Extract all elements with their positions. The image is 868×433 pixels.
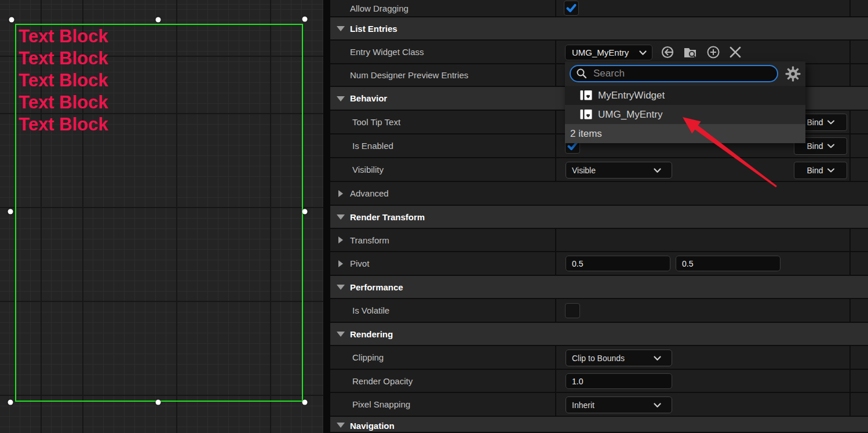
resize-handle-bottom-right[interactable] [302,400,308,405]
section-header-navigation[interactable]: Navigation [330,417,868,433]
collapse-arrow-icon [337,332,345,337]
resize-handle-bottom-middle[interactable] [156,400,161,405]
section-header-list-entries[interactable]: List Entries [330,17,868,41]
panel-divider [323,0,330,433]
column-divider [849,0,851,16]
text-block-line: Text Block [19,48,108,70]
asset-picker-popup: MyEntryWidget UMG_MyEntry 2 items [565,61,805,143]
clipping-value: Clip to Bounds [572,354,625,363]
expand-arrow-icon [338,236,343,243]
column-divider [555,393,556,416]
column-divider [555,64,556,86]
clipping-dropdown[interactable]: Clip to Bounds [566,350,672,366]
num-designer-preview-entries-label: Num Designer Preview Entries [330,70,468,80]
text-block-line: Text Block [19,70,108,92]
entry-widget-class-label: Entry Widget Class [330,47,424,57]
asset-option-my-entry-widget[interactable]: MyEntryWidget [565,86,805,105]
widget-blueprint-icon [580,90,592,101]
asset-option-label: UMG_MyEntry [598,109,662,121]
column-divider [555,111,556,133]
resize-handle-top-right[interactable] [302,17,308,22]
section-header-rendering[interactable]: Rendering [330,323,868,346]
collapse-arrow-icon [337,96,345,101]
settings-gear-icon[interactable] [785,66,801,84]
search-icon [576,68,588,79]
row-pixel-snapping: Pixel Snapping Inherit [330,393,868,417]
column-divider [555,41,556,63]
widget-blueprint-icon [580,109,592,120]
entry-widget-class-combobox[interactable]: UMG_MyEntry [565,45,652,60]
column-divider [849,158,851,181]
clipping-label: Clipping [330,352,384,362]
render-opacity-label: Render Opacity [330,376,413,386]
chevron-down-icon [827,168,834,173]
resize-handle-middle-left[interactable] [8,209,13,214]
asset-option-label: MyEntryWidget [598,90,665,101]
column-divider [555,229,556,251]
resize-handle-top-middle[interactable] [156,17,161,23]
pivot-x-field[interactable]: 0.5 [566,256,670,271]
visibility-bind-button[interactable]: Bind [794,162,847,179]
column-divider [849,134,851,157]
visibility-dropdown[interactable]: Visible [566,162,672,179]
column-divider [555,299,556,322]
column-divider [555,370,556,392]
row-visibility: Visibility Visible Bind [330,158,868,182]
column-divider [555,134,556,157]
browse-to-asset-icon[interactable] [682,44,698,60]
search-box[interactable] [570,65,778,82]
render-opacity-field[interactable]: 1.0 [566,373,672,389]
asset-option-umg-my-entry[interactable]: UMG_MyEntry [565,105,805,124]
row-clipping: Clipping Clip to Bounds [330,346,868,370]
search-input[interactable] [592,67,760,80]
chevron-down-icon [654,168,661,173]
collapse-arrow-icon [337,285,345,290]
section-header-render-transform[interactable]: Render Transform [330,206,868,229]
pivot-y-field[interactable]: 0.5 [676,256,781,271]
allow-dragging-label: Allow Dragging [330,3,409,13]
clear-value-icon[interactable] [727,44,743,60]
column-divider [555,0,556,16]
row-advanced[interactable]: Advanced [330,182,868,206]
is-enabled-label: Is Enabled [330,141,393,151]
collapse-arrow-icon [337,423,345,428]
column-divider [849,252,851,275]
resize-handle-middle-right[interactable] [302,209,308,214]
row-pivot[interactable]: Pivot 0.5 0.5 [330,252,868,276]
resize-handle-top-left[interactable] [9,17,14,23]
allow-dragging-checkbox[interactable] [564,1,579,16]
use-selected-asset-icon[interactable] [659,44,676,60]
column-divider [849,64,851,86]
add-element-icon[interactable] [705,44,721,60]
is-volatile-checkbox[interactable] [565,303,580,318]
search-strip [565,61,805,86]
chevron-down-icon [654,356,661,361]
row-transform[interactable]: Transform [330,229,868,252]
umg-designer-screen: Text Block Text Block Text Block Text Bl… [0,0,868,433]
column-divider [849,346,851,369]
collapse-arrow-icon [337,26,345,31]
expand-arrow-icon [338,260,343,267]
row-is-volatile: Is Volatile [330,299,868,323]
column-divider [555,158,556,181]
row-render-opacity: Render Opacity 1.0 [330,370,868,393]
designer-canvas[interactable]: Text Block Text Block Text Block Text Bl… [0,0,323,433]
tool-tip-text-label: Tool Tip Text [330,117,400,127]
row-allow-dragging: Allow Dragging [330,0,868,17]
chevron-down-icon [827,144,834,148]
column-divider [849,229,851,251]
pixel-snapping-value: Inherit [572,401,595,410]
chevron-down-icon [827,120,834,125]
column-divider [849,41,851,63]
expand-arrow-icon [338,190,343,197]
chevron-down-icon [639,50,647,56]
text-block-widget[interactable]: Text Block Text Block Text Block Text Bl… [19,26,108,136]
collapse-arrow-icon [337,214,345,220]
column-divider [555,346,556,369]
resize-handle-bottom-left[interactable] [8,400,13,405]
pivot-label: Pivot [330,259,369,268]
pixel-snapping-label: Pixel Snapping [330,399,410,409]
pixel-snapping-dropdown[interactable]: Inherit [566,396,672,413]
column-divider [849,393,851,416]
section-header-performance[interactable]: Performance [330,276,868,299]
